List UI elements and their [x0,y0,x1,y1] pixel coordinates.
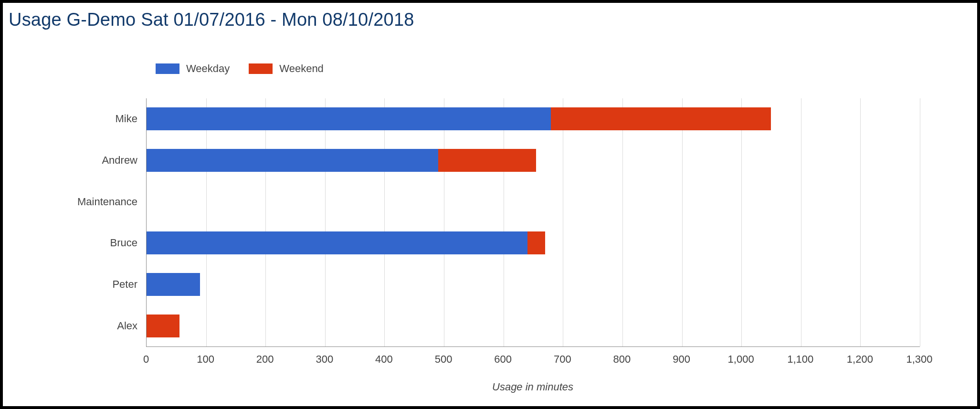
bar-segment [147,107,551,130]
x-axis-title: Usage in minutes [492,381,573,393]
x-tick-label: 1,100 [787,353,813,366]
y-tick-label: Maintenance [56,196,137,208]
legend: Weekday Weekend [156,63,324,75]
legend-swatch-weekend [249,63,273,74]
legend-label-weekend: Weekend [279,63,324,75]
x-tick-label: 0 [143,353,149,366]
x-tick-label: 300 [316,353,333,366]
grid-line [384,98,385,346]
grid-line [920,98,920,346]
bar-segment [438,149,537,172]
x-tick-label: 200 [256,353,274,366]
x-tick-label: 500 [435,353,453,366]
grid-line [325,98,326,346]
y-tick-label: Mike [56,113,137,125]
grid-line [504,98,504,346]
grid-line [444,98,444,346]
bar-segment [147,273,200,296]
legend-item-weekend: Weekend [249,63,324,75]
y-tick-label: Alex [56,320,137,332]
grid-line [622,98,623,346]
grid-line [563,98,563,346]
x-tick-label: 900 [673,353,690,366]
bar-segment [147,315,179,337]
y-tick-label: Andrew [56,154,137,167]
grid-line [206,98,207,346]
chart-title: Usage G-Demo Sat 01/07/2016 - Mon 08/10/… [9,10,414,30]
y-tick-label: Peter [56,278,137,291]
plot-area [146,98,920,347]
grid-line [265,98,266,346]
bar-segment [147,231,527,254]
x-tick-label: 1,000 [728,353,754,366]
x-tick-label: 600 [494,353,512,366]
legend-swatch-weekday [156,63,179,74]
x-tick-label: 400 [375,353,393,366]
grid-line [741,98,742,346]
bar-segment [147,149,438,172]
x-tick-label: 1,300 [906,353,932,366]
x-tick-label: 100 [197,353,214,366]
bar-segment [551,107,771,130]
legend-label-weekday: Weekday [186,63,230,75]
x-tick-label: 800 [613,353,631,366]
grid-line [801,98,801,346]
y-tick-label: Bruce [56,237,137,249]
plot: Weekday Weekend Usage in minutes 0100200… [146,98,919,346]
x-tick-label: 700 [554,353,571,366]
grid-line [682,98,683,346]
legend-item-weekday: Weekday [156,63,230,75]
bar-segment [527,231,545,254]
chart-frame: Usage G-Demo Sat 01/07/2016 - Mon 08/10/… [0,0,980,409]
grid-line [860,98,861,346]
x-tick-label: 1,200 [847,353,873,366]
